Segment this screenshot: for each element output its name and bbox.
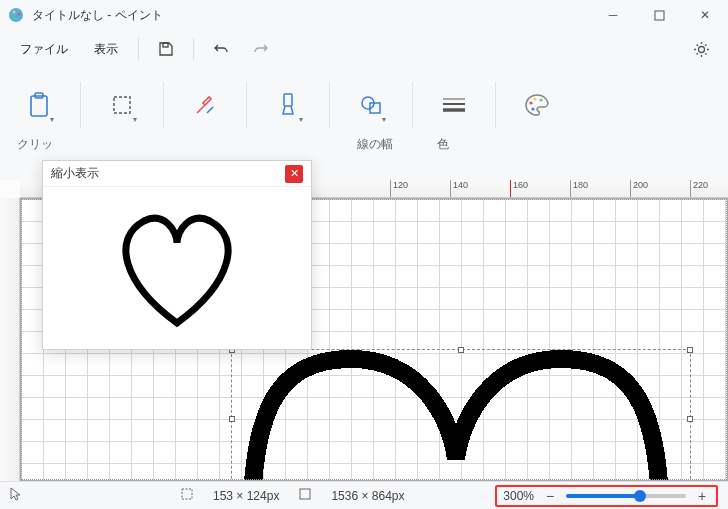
svg-rect-7 <box>31 96 47 116</box>
paint-app-icon <box>8 7 24 23</box>
separator <box>246 82 247 128</box>
selection-size-icon <box>181 488 193 503</box>
maximize-button[interactable] <box>636 0 682 30</box>
menu-view[interactable]: 表示 <box>84 35 128 64</box>
separator <box>80 82 81 128</box>
selection-box[interactable] <box>231 349 691 481</box>
chevron-down-icon: ▾ <box>382 115 386 124</box>
statusbar: 153 × 124px 1536 × 864px 300% − + <box>0 481 728 509</box>
svg-rect-5 <box>163 43 168 47</box>
redo-button[interactable] <box>244 34 278 64</box>
chevron-down-icon: ▾ <box>299 115 303 124</box>
svg-point-14 <box>533 97 536 100</box>
svg-point-16 <box>531 107 534 110</box>
line-width-button[interactable] <box>433 84 475 126</box>
svg-point-13 <box>529 101 532 104</box>
svg-point-3 <box>14 17 17 20</box>
selection-handle[interactable] <box>458 347 464 353</box>
settings-button[interactable] <box>684 34 718 64</box>
tools-button[interactable] <box>184 84 226 126</box>
svg-rect-18 <box>300 489 310 499</box>
chevron-down-icon: ▾ <box>133 115 137 124</box>
selection-button[interactable]: ▾ <box>101 84 143 126</box>
zoom-slider[interactable] <box>566 494 686 498</box>
chevron-down-icon: ▾ <box>50 115 54 124</box>
clipboard-button[interactable]: ▾ <box>18 84 60 126</box>
zoom-in-button[interactable]: + <box>694 488 710 504</box>
separator <box>412 82 413 128</box>
selection-handle[interactable] <box>687 347 693 353</box>
heart-thumbnail-icon <box>102 203 252 333</box>
svg-rect-9 <box>114 97 130 113</box>
thumbnail-panel[interactable]: 縮小表示 ✕ <box>42 160 312 350</box>
cursor-indicator-icon <box>10 487 21 504</box>
titlebar: タイトルなし - ペイント ─ ✕ <box>0 0 728 30</box>
minimize-button[interactable]: ─ <box>590 0 636 30</box>
svg-point-1 <box>13 11 16 14</box>
thumbnail-title: 縮小表示 <box>51 165 99 182</box>
window-title: タイトルなし - ペイント <box>32 7 590 24</box>
brushes-button[interactable]: ▾ <box>267 84 309 126</box>
selection-handle[interactable] <box>229 416 235 422</box>
separator <box>163 82 164 128</box>
color-palette-button[interactable] <box>516 84 558 126</box>
svg-point-2 <box>18 13 21 16</box>
separator <box>329 82 330 128</box>
selection-handle[interactable] <box>687 416 693 422</box>
ribbon: ▾ ▾ ▾ ▾ <box>0 68 728 136</box>
zoom-slider-thumb[interactable] <box>634 490 646 502</box>
svg-rect-4 <box>655 11 664 20</box>
thumbnail-canvas <box>43 187 311 349</box>
svg-point-0 <box>9 8 23 22</box>
thumbnail-titlebar[interactable]: 縮小表示 ✕ <box>43 161 311 187</box>
label-line-width: 線の幅 <box>350 136 400 153</box>
save-button[interactable] <box>149 34 183 64</box>
menu-file[interactable]: ファイル <box>10 35 78 64</box>
shapes-button[interactable]: ▾ <box>350 84 392 126</box>
svg-rect-17 <box>182 489 192 499</box>
vertical-ruler <box>0 198 20 481</box>
zoom-controls: 300% − + <box>495 485 718 507</box>
separator <box>193 38 194 60</box>
zoom-percent: 300% <box>503 489 534 503</box>
label-clipboard: クリッ <box>10 136 60 153</box>
thumbnail-close-button[interactable]: ✕ <box>285 165 303 183</box>
selection-size: 153 × 124px <box>213 489 279 503</box>
label-color: 色 <box>428 136 458 153</box>
zoom-out-button[interactable]: − <box>542 488 558 504</box>
canvas-size-icon <box>299 488 311 503</box>
svg-rect-10 <box>284 94 292 106</box>
ribbon-labels: クリッ 線の幅 色 <box>0 136 728 158</box>
separator <box>495 82 496 128</box>
svg-point-15 <box>539 98 542 101</box>
canvas-size: 1536 × 864px <box>331 489 404 503</box>
menubar: ファイル 表示 <box>0 30 728 68</box>
svg-point-6 <box>698 46 704 52</box>
close-button[interactable]: ✕ <box>682 0 728 30</box>
undo-button[interactable] <box>204 34 238 64</box>
separator <box>138 38 139 60</box>
